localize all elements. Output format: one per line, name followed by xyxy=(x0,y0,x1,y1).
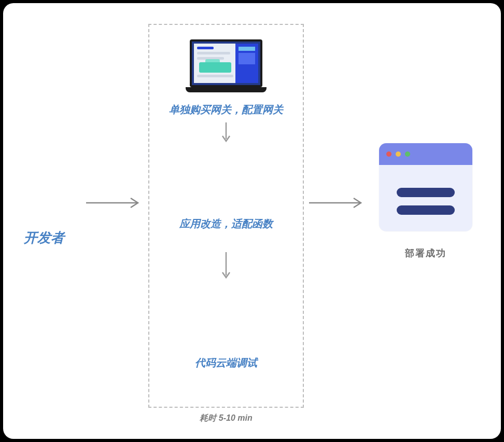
traffic-light-green-icon xyxy=(405,151,410,157)
laptop-icon xyxy=(185,39,268,92)
arrow-down-icon xyxy=(221,122,231,144)
time-label: 耗时 5-10 min xyxy=(148,413,304,424)
step-3-label: 代码云端调试 xyxy=(148,356,304,370)
developer-label: 开发者 xyxy=(24,229,64,247)
browser-window-icon xyxy=(379,143,472,231)
step-1-label: 单独购买网关，配置网关 xyxy=(148,103,304,117)
traffic-light-yellow-icon xyxy=(396,151,401,157)
step-2-label: 应用改造，适配函数 xyxy=(148,217,304,231)
success-label: 部署成功 xyxy=(379,247,472,259)
arrow-down-icon xyxy=(221,252,231,281)
arrow-right-icon xyxy=(86,195,143,211)
diagram-card: 开发者 耗时 5-10 min 单独购买网关，配置网关 应用改造，适配函数 xyxy=(3,3,501,439)
traffic-light-red-icon xyxy=(386,151,391,157)
arrow-right-icon xyxy=(309,195,366,211)
